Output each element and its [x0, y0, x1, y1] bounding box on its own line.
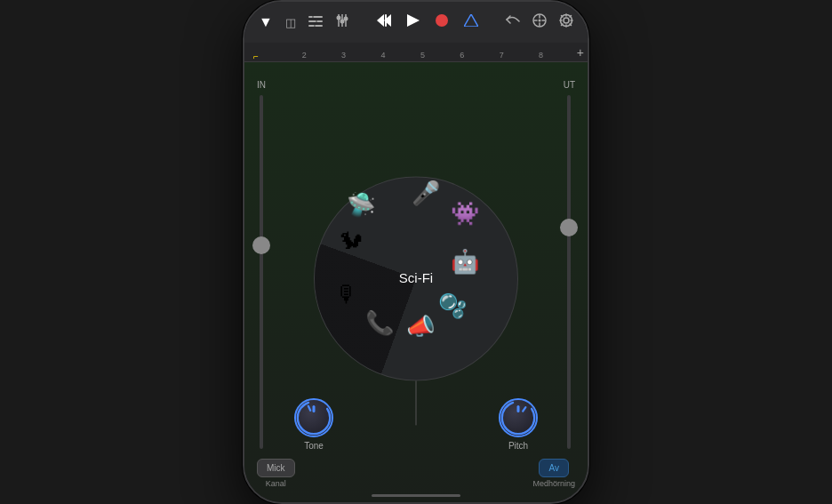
loop-button[interactable] — [464, 14, 478, 30]
voice-wheel[interactable]: Sci-Fi 🛸 🎤 👾 🤖 🫧 📣 📞 🎙 🐿 — [314, 176, 518, 380]
mic-button[interactable]: Mick — [257, 459, 295, 477]
tone-label: Tone — [304, 441, 324, 451]
tone-knob-svg — [296, 400, 332, 436]
svg-line-35 — [308, 406, 310, 411]
ruler-mark-4: 4 — [380, 51, 385, 60]
pitch-label: Pitch — [508, 441, 528, 451]
svg-point-9 — [336, 16, 340, 20]
svg-line-37 — [523, 407, 525, 411]
slider-in-thumb[interactable] — [252, 236, 270, 254]
telephone-icon[interactable]: 📞 — [365, 309, 394, 337]
ruler-mark-5: 5 — [420, 51, 425, 60]
svg-line-30 — [562, 16, 564, 18]
svg-marker-17 — [464, 14, 478, 27]
play-button[interactable] — [407, 14, 420, 30]
toolbar-right — [506, 13, 573, 31]
main-content: IN UT Sci-Fi 🛸 🎤 � — [244, 62, 588, 502]
robot-icon[interactable]: 🤖 — [451, 248, 479, 276]
ruler-mark-6: 6 — [460, 51, 464, 60]
microphone-icon[interactable]: 🎤 — [412, 180, 440, 207]
add-track-button[interactable]: + — [577, 45, 584, 60]
mixer-icon[interactable] — [335, 14, 349, 30]
voice-type-label: Sci-Fi — [399, 270, 433, 285]
playhead-start: ⌐ — [253, 52, 259, 61]
svg-line-32 — [570, 16, 572, 18]
mic-stand-icon[interactable]: 🎙 — [335, 281, 358, 308]
tone-knob[interactable] — [294, 398, 333, 437]
svg-marker-15 — [407, 14, 420, 27]
svg-point-11 — [343, 17, 348, 21]
toolbar: ▼ ◫ — [244, 2, 588, 43]
arrange-icon[interactable] — [308, 14, 323, 30]
svg-rect-5 — [314, 25, 316, 27]
svg-point-16 — [436, 14, 448, 27]
svg-point-10 — [340, 20, 344, 24]
tone-knob-container: Tone — [294, 398, 333, 451]
slider-in-label: IN — [257, 80, 266, 90]
monitor-button[interactable]: Av — [539, 459, 569, 477]
slider-in: IN — [257, 80, 266, 449]
svg-point-34 — [298, 402, 330, 434]
kanal-label: Kanal — [266, 479, 286, 488]
toolbar-left: ▼ ◫ — [259, 14, 349, 30]
svg-rect-0 — [308, 16, 323, 18]
svg-line-33 — [562, 24, 564, 26]
slider-ut-track[interactable] — [567, 95, 571, 449]
slider-ut-thumb[interactable] — [560, 219, 578, 236]
svg-marker-12 — [377, 14, 384, 27]
ruler-marks: ⌐ 2 3 4 5 6 7 8 — [252, 43, 580, 61]
monster-icon[interactable]: 👾 — [451, 199, 479, 227]
rewind-button[interactable] — [377, 14, 391, 30]
record-button[interactable] — [436, 14, 448, 30]
connector-line — [416, 380, 417, 425]
ruler-mark-7: 7 — [500, 51, 504, 60]
home-indicator — [372, 494, 460, 497]
svg-line-31 — [570, 24, 572, 26]
svg-point-23 — [539, 20, 541, 22]
ruler-mark-3: 3 — [341, 51, 346, 60]
ufo-icon[interactable]: 🛸 — [347, 191, 375, 219]
slider-ut: UT — [564, 80, 575, 449]
monitor-control: Av Medhörning — [532, 459, 575, 488]
svg-point-24 — [564, 18, 569, 23]
squirrel-icon[interactable]: 🐿 — [340, 228, 363, 255]
tempo-button[interactable] — [532, 13, 547, 31]
ruler-mark-2: 2 — [302, 51, 307, 60]
phone-frame: ▼ ◫ — [243, 0, 589, 504]
megaphone-icon[interactable]: 📣 — [406, 313, 435, 340]
slider-in-track[interactable] — [260, 95, 263, 449]
ruler-mark-8: 8 — [539, 51, 543, 60]
bubble-icon[interactable]: 🫧 — [438, 292, 467, 320]
dropdown-arrow-icon[interactable]: ▼ — [259, 14, 273, 30]
svg-rect-3 — [312, 16, 314, 18]
medhorning-label: Medhörning — [532, 479, 575, 488]
slider-ut-label: UT — [564, 80, 575, 90]
multi-track-icon[interactable]: ◫ — [285, 16, 296, 29]
undo-button[interactable] — [506, 14, 520, 30]
mic-channel-control: Mick Kanal — [257, 459, 295, 488]
toolbar-center — [377, 14, 478, 30]
voice-wheel-container: Sci-Fi 🛸 🎤 👾 🤖 🫧 📣 📞 🎙 🐿 — [314, 176, 518, 380]
timeline-ruler: ⌐ 2 3 4 5 6 7 8 + — [244, 43, 588, 62]
svg-rect-4 — [316, 20, 317, 22]
svg-point-36 — [502, 402, 534, 434]
pitch-knob-container: Pitch — [499, 398, 538, 451]
pitch-knob[interactable] — [499, 398, 538, 437]
pitch-knob-svg — [500, 400, 536, 436]
settings-button[interactable] — [559, 13, 573, 31]
